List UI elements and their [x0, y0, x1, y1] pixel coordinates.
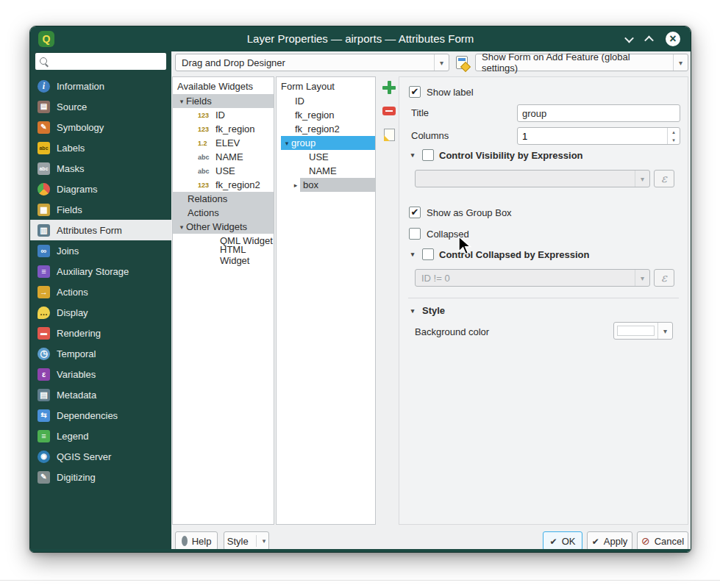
form-settings-button[interactable]	[452, 54, 471, 71]
show-as-group-box-checkbox[interactable]	[409, 207, 421, 218]
visibility-expression-combo[interactable]	[415, 170, 650, 187]
expression-builder-button[interactable]	[654, 269, 674, 287]
titlebar[interactable]: Layer Properties — airports — Attributes…	[30, 26, 691, 51]
show-label-checkbox[interactable]	[409, 86, 421, 98]
sidebar-item-auxiliary-storage[interactable]: Auxiliary Storage	[30, 261, 171, 282]
form-layout-item-name[interactable]: NAME	[277, 164, 375, 178]
sidebar-item-symbology[interactable]: Symbology	[30, 117, 171, 137]
widget-category-other-widgets[interactable]: Other Widgets	[173, 220, 274, 234]
close-button[interactable]	[666, 32, 680, 46]
widget-item-html-widget[interactable]: HTML Widget	[173, 248, 274, 262]
sidebar-item-joins[interactable]: Joins	[30, 240, 171, 261]
tree-item-label: Relations	[188, 193, 227, 204]
form-layout-item-fk-region[interactable]: fk_region	[277, 108, 375, 122]
form-open-mode-select[interactable]: Show Form on Add Feature (global setting…	[475, 54, 688, 71]
chevron-up-button[interactable]	[644, 35, 654, 45]
sidebar-item-fields[interactable]: Fields	[30, 199, 171, 220]
sidebar-item-diagrams[interactable]: Diagrams	[30, 179, 171, 199]
sidebar-item-label: Legend	[57, 431, 88, 442]
sidebar-item-rendering[interactable]: Rendering	[30, 323, 171, 343]
widget-category-relations[interactable]: Relations	[173, 192, 274, 206]
sidebar-item-variables[interactable]: Variables	[30, 364, 171, 384]
widget-item-fk-region2[interactable]: 123fk_region2	[173, 178, 274, 192]
widget-category-fields[interactable]: Fields	[173, 94, 274, 108]
form-layout-item-id[interactable]: ID	[277, 94, 375, 108]
labels-icon	[38, 142, 50, 154]
sidebar-item-information[interactable]: Information	[30, 76, 171, 96]
info-icon	[38, 80, 50, 93]
widget-item-name[interactable]: abcNAME	[173, 150, 274, 164]
title-label: Title	[411, 107, 429, 118]
collapsed-expression-label: Control Collapsed by Expression	[439, 249, 589, 260]
form-layout-item-box[interactable]: box	[277, 178, 375, 192]
window-title: Layer Properties — airports — Attributes…	[30, 32, 691, 45]
sidebar-nav: Information Source Symbology Labels Mask…	[30, 76, 171, 487]
form-layout-item-group[interactable]: group	[277, 136, 375, 150]
sidebar-item-attributes-form[interactable]: Attributes Form	[30, 220, 171, 240]
form-layout-panel: Form Layout ID fk_region fk_region2 grou…	[276, 76, 376, 525]
ok-button[interactable]: OK	[543, 531, 582, 551]
sidebar-search[interactable]	[35, 53, 166, 70]
add-container-button[interactable]	[379, 78, 399, 97]
collapsed-expression-checkbox[interactable]	[422, 248, 434, 260]
form-layout-item-use[interactable]: USE	[277, 150, 375, 164]
columns-spinner[interactable]: ▴▾	[517, 127, 680, 145]
background-color-dropdown[interactable]	[613, 322, 673, 340]
collapse-arrow-icon[interactable]	[408, 307, 417, 315]
sidebar-item-actions[interactable]: Actions	[30, 282, 171, 302]
sidebar-item-metadata[interactable]: Metadata	[30, 384, 171, 405]
widget-item-use[interactable]: abcUSE	[173, 164, 274, 178]
sidebar-item-display[interactable]: Display	[30, 302, 171, 323]
apply-button[interactable]: Apply	[587, 531, 632, 551]
widget-item-elev[interactable]: 1.2ELEV	[173, 136, 274, 150]
expand-arrow-icon[interactable]	[177, 223, 186, 231]
collapse-arrow-icon[interactable]	[408, 251, 417, 258]
apply-label: Apply	[604, 536, 628, 547]
section-divider	[408, 298, 679, 298]
spinner-up-icon[interactable]: ▴	[668, 128, 680, 136]
widget-category-actions[interactable]: Actions	[173, 206, 274, 220]
cancel-button[interactable]: Cancel	[637, 531, 688, 551]
sidebar-item-labels[interactable]: Labels	[30, 137, 171, 158]
expand-arrow-icon[interactable]	[282, 140, 291, 147]
tree-item-label: USE	[309, 151, 329, 162]
style-dropdown-button[interactable]: Style	[224, 531, 269, 551]
collapsed-expression-combo[interactable]: ID != 0	[415, 269, 650, 287]
edit-item-button[interactable]	[379, 125, 399, 144]
digitizing-icon	[38, 471, 50, 484]
check-icon	[592, 536, 599, 547]
sidebar-item-digitizing[interactable]: Digitizing	[30, 467, 171, 487]
expand-arrow-icon[interactable]	[291, 182, 300, 189]
visibility-expression-row	[415, 170, 674, 187]
widget-item-fk-region[interactable]: 123fk_region	[173, 122, 274, 136]
sidebar-item-qgis-server[interactable]: QGIS Server	[30, 446, 171, 467]
joins-icon	[38, 245, 50, 257]
visibility-expression-checkbox[interactable]	[422, 149, 434, 161]
form-layout-item-fk-region2[interactable]: fk_region2	[277, 122, 375, 136]
sidebar-search-input[interactable]	[52, 53, 163, 70]
collapsed-checkbox[interactable]	[409, 228, 421, 240]
sidebar-item-legend[interactable]: Legend	[30, 426, 171, 446]
show-label-row: Show label	[409, 86, 474, 98]
sidebar-item-source[interactable]: Source	[30, 96, 171, 117]
tree-item-label: fk_region	[215, 123, 254, 135]
sidebar-item-temporal[interactable]: Temporal	[30, 343, 171, 364]
spinner-down-icon[interactable]: ▾	[668, 136, 680, 144]
spinner-buttons[interactable]: ▴▾	[667, 128, 680, 144]
variables-icon	[38, 368, 50, 381]
remove-item-button[interactable]	[379, 101, 399, 121]
widget-item-id[interactable]: 123ID	[173, 108, 274, 122]
designer-mode-select[interactable]: Drag and Drop Designer	[175, 54, 449, 71]
chevron-down-icon	[635, 270, 649, 286]
expand-arrow-icon[interactable]	[177, 98, 186, 105]
collapse-arrow-icon[interactable]	[408, 151, 417, 159]
columns-input[interactable]	[518, 128, 666, 144]
sidebar-item-label: QGIS Server	[57, 451, 111, 462]
masks-icon	[38, 162, 50, 175]
sidebar-item-dependencies[interactable]: Dependencies	[30, 405, 171, 426]
sidebar-item-masks[interactable]: Masks	[30, 158, 171, 179]
title-input[interactable]	[517, 104, 680, 122]
expression-builder-button[interactable]	[654, 170, 674, 187]
chevron-down-button[interactable]	[624, 33, 634, 43]
help-button[interactable]: Help	[175, 531, 218, 551]
